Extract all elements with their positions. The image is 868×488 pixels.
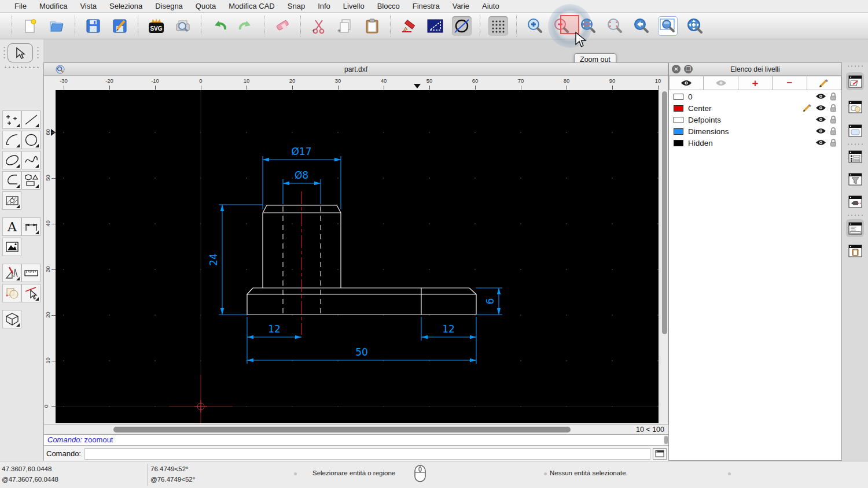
menu-aiuto[interactable]: Aiuto — [476, 2, 506, 10]
layer-row-dimensions[interactable]: Dimensions — [669, 125, 841, 137]
menu-finestra[interactable]: Finestra — [406, 2, 446, 10]
menu-blocco[interactable]: Blocco — [371, 2, 406, 10]
menu-disegna[interactable]: Disegna — [149, 2, 189, 10]
zoom-window-button[interactable] — [658, 16, 678, 36]
layer-row-0[interactable]: 0 — [669, 91, 841, 102]
isometric-projection-button[interactable] — [452, 16, 472, 36]
dimension-tools-button[interactable] — [21, 217, 41, 236]
panel-undock-button[interactable]: ❐ — [684, 65, 693, 73]
copy-button[interactable]: + — [336, 16, 355, 36]
remove-layer-button[interactable]: − — [773, 76, 807, 90]
menu-modifica-cad[interactable]: Modifica CAD — [222, 2, 281, 10]
modify-tools-button[interactable] — [2, 284, 21, 302]
layer-visible-icon[interactable] — [815, 116, 826, 123]
line-tools-button[interactable] — [21, 110, 41, 129]
horizontal-scrollbar-thumb[interactable] — [113, 427, 571, 432]
save-button[interactable] — [83, 16, 103, 36]
zoom-out-button[interactable] — [551, 16, 571, 36]
circle-tools-button[interactable] — [21, 131, 41, 149]
hruler-tick — [64, 86, 64, 90]
document-titlebar[interactable]: part.dxf — [44, 63, 668, 76]
measure-tools-button[interactable] — [21, 264, 41, 282]
history-scrollbar[interactable] — [664, 435, 668, 445]
delete-button[interactable] — [273, 16, 292, 36]
shape-tools-button[interactable] — [21, 171, 41, 190]
layer-visible-icon[interactable] — [815, 139, 826, 146]
layer-lock-icon[interactable] — [830, 115, 837, 124]
point-tools-button[interactable] — [2, 110, 21, 129]
layer-lock-icon[interactable] — [830, 92, 837, 101]
dock-command-line-button[interactable] — [846, 219, 864, 237]
command-dock-button[interactable] — [653, 448, 667, 460]
dock-clipboard-button[interactable] — [846, 242, 864, 260]
solid-tools-button[interactable] — [2, 310, 21, 328]
print-preview-button[interactable] — [173, 16, 193, 36]
dock-layer-list-button[interactable] — [846, 147, 864, 165]
svg-export-button[interactable]: SVG — [146, 16, 166, 36]
image-tools-button[interactable] — [2, 238, 21, 256]
layer-row-defpoints[interactable]: Defpoints — [669, 114, 841, 125]
show-all-layers-button[interactable] — [669, 76, 704, 90]
layer-lock-icon[interactable] — [830, 103, 837, 112]
layer-lock-icon[interactable] — [830, 127, 837, 135]
zoom-pan-button[interactable] — [685, 16, 704, 36]
text-tools-button[interactable]: A — [2, 217, 21, 236]
menu-file[interactable]: File — [8, 2, 33, 10]
menu-varie[interactable]: Varie — [446, 2, 476, 10]
menu-vista[interactable]: Vista — [73, 2, 103, 10]
ellipse-tools-button[interactable] — [2, 151, 21, 169]
dock-layers-button[interactable] — [846, 72, 864, 90]
zoom-in-button[interactable] — [525, 16, 545, 36]
menu-quota[interactable]: Quota — [189, 2, 222, 10]
history-scrollbar-thumb[interactable] — [664, 436, 668, 444]
layers-panel-header: ✕ ❐ Elenco dei livelli — [669, 63, 841, 76]
redo-button[interactable] — [236, 16, 256, 36]
layer-row-center[interactable]: Center — [669, 102, 841, 114]
hruler-label: 10 — [244, 77, 250, 84]
panel-close-button[interactable]: ✕ — [672, 65, 681, 73]
undo-button[interactable] — [209, 16, 229, 36]
vertical-scrollbar[interactable] — [660, 90, 668, 423]
menu-livello[interactable]: Livello — [337, 2, 371, 10]
drawing-canvas[interactable]: Ø17 Ø8 24 6 12 12 50 — [56, 90, 659, 423]
layer-visible-icon[interactable] — [815, 127, 826, 135]
edit-layer-button[interactable] — [807, 76, 841, 90]
zoom-auto-button[interactable] — [578, 16, 598, 36]
arc-tools-button[interactable] — [2, 131, 21, 149]
dock-properties-button[interactable] — [846, 121, 864, 139]
freehand-draw-button[interactable] — [399, 16, 418, 36]
dock-separator — [847, 143, 864, 145]
selection-tool-button[interactable] — [8, 43, 33, 62]
spline-tools-button[interactable] — [21, 151, 41, 169]
dock-snap-button[interactable] — [846, 193, 864, 210]
layer-visible-icon[interactable] — [815, 104, 826, 112]
menu-info[interactable]: Info — [311, 2, 337, 10]
horizontal-scrollbar[interactable]: 10 < 100 — [44, 424, 669, 434]
hatch-tools-button[interactable] — [2, 191, 21, 210]
save-as-button[interactable] — [110, 16, 130, 36]
open-file-button[interactable] — [47, 16, 67, 36]
paste-button[interactable] — [362, 16, 382, 36]
dock-blocks-button[interactable] — [846, 98, 864, 116]
drafting-tools-button[interactable] — [2, 264, 21, 282]
cut-button[interactable]: + — [309, 16, 329, 36]
grid-toggle-button[interactable] — [488, 16, 508, 36]
add-layer-button[interactable]: ＋ — [738, 76, 773, 90]
hide-all-layers-button[interactable] — [704, 76, 738, 90]
menu-seleziona[interactable]: Seleziona — [103, 2, 149, 10]
layer-row-hidden[interactable]: Hidden — [669, 137, 841, 149]
menu-modifica[interactable]: Modifica — [33, 2, 73, 10]
menu-snap[interactable]: Snap — [281, 2, 311, 10]
zoom-previous-button[interactable] — [631, 16, 651, 36]
layers-panel: ✕ ❐ Elenco dei livelli ＋ − 0CenterDefpoi… — [668, 62, 842, 461]
new-file-button[interactable] — [20, 16, 40, 36]
dock-selection-filter-button[interactable] — [846, 170, 864, 188]
layer-lock-icon[interactable] — [830, 138, 837, 147]
restrict-ortho-button[interactable] — [425, 16, 445, 36]
polyline-tools-button[interactable] — [2, 171, 21, 190]
layer-visible-icon[interactable] — [815, 93, 826, 100]
command-input[interactable] — [84, 448, 650, 460]
trim-tools-button[interactable] — [21, 284, 41, 302]
zoom-selection-button[interactable] — [605, 16, 624, 36]
vertical-scrollbar-thumb[interactable] — [662, 91, 667, 334]
